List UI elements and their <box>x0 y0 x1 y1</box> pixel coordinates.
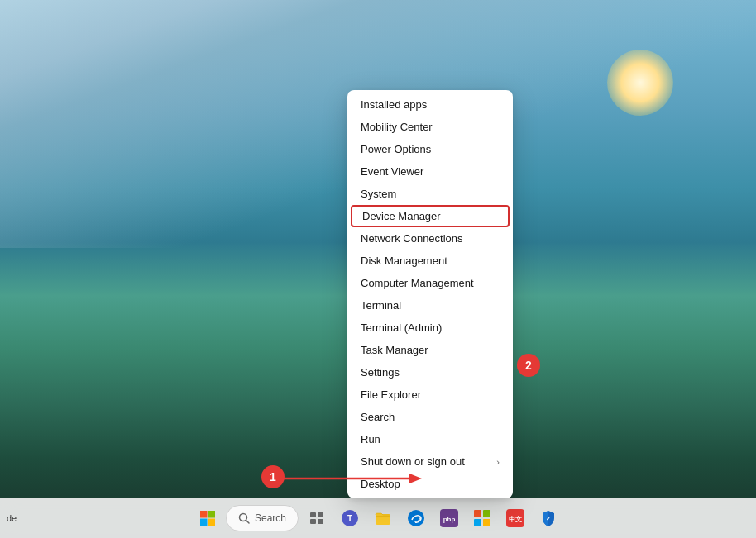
context-menu: Installed appsMobility CenterPower Optio… <box>347 90 513 498</box>
colorful-app-icon <box>473 509 491 527</box>
taskbar-left-text: de <box>7 513 17 523</box>
teams-icon: T <box>341 509 359 527</box>
menu-item-task-manager[interactable]: Task Manager <box>347 339 513 361</box>
svg-rect-8 <box>310 512 316 517</box>
svg-rect-9 <box>318 512 323 517</box>
menu-item-terminal-admin[interactable]: Terminal (Admin) <box>347 317 513 339</box>
svg-rect-4 <box>200 519 208 526</box>
svg-rect-18 <box>474 510 481 517</box>
menu-item-shut-down[interactable]: Shut down or sign out› <box>347 450 513 473</box>
menu-item-search[interactable]: Search <box>347 406 513 428</box>
menu-item-computer-management[interactable]: Computer Management <box>347 272 513 294</box>
task-view-button[interactable] <box>302 503 332 533</box>
badge-2: 2 <box>517 354 540 377</box>
svg-rect-19 <box>483 510 490 517</box>
menu-item-event-viewer[interactable]: Event Viewer <box>347 160 513 183</box>
shield-icon: ✓ <box>539 509 557 527</box>
badge-1: 1 <box>261 465 285 488</box>
svg-rect-21 <box>483 519 490 526</box>
menu-item-run[interactable]: Run <box>347 428 513 450</box>
search-bar-label: Search <box>255 512 286 524</box>
svg-rect-14 <box>376 514 390 525</box>
shield-button[interactable]: ✓ <box>534 503 563 533</box>
start-button[interactable] <box>193 503 222 533</box>
sun-decoration <box>607 50 673 116</box>
svg-point-15 <box>408 510 424 526</box>
arrow-indicator <box>281 470 422 487</box>
svg-text:✓: ✓ <box>546 516 551 521</box>
svg-line-7 <box>246 521 249 524</box>
file-explorer-icon <box>374 509 392 527</box>
svg-rect-11 <box>318 519 323 524</box>
teams-button[interactable]: T <box>335 503 365 533</box>
svg-rect-3 <box>208 511 215 518</box>
menu-item-power-options[interactable]: Power Options <box>347 138 513 160</box>
edge-button[interactable] <box>401 503 431 533</box>
edge-icon <box>407 509 425 527</box>
menu-item-device-manager[interactable]: Device Manager <box>351 205 510 227</box>
cn-icon: 中文 <box>506 509 524 527</box>
menu-item-system[interactable]: System <box>347 183 513 205</box>
php-icon: php <box>440 509 458 527</box>
svg-rect-20 <box>474 519 481 526</box>
svg-text:中文: 中文 <box>509 515 522 523</box>
taskbar: de Search <box>0 498 756 538</box>
svg-text:T: T <box>347 514 352 523</box>
colorful-app-button[interactable] <box>467 503 497 533</box>
task-view-icon <box>309 510 325 526</box>
taskbar-center: Search T <box>193 503 563 533</box>
cn-button[interactable]: 中文 <box>500 503 530 533</box>
menu-item-terminal[interactable]: Terminal <box>347 294 513 317</box>
windows-logo-icon <box>199 510 216 526</box>
search-icon <box>238 512 250 524</box>
submenu-arrow-icon: › <box>496 457 500 467</box>
file-explorer-button[interactable] <box>368 503 398 533</box>
menu-item-mobility-center[interactable]: Mobility Center <box>347 116 513 138</box>
svg-rect-5 <box>208 519 215 526</box>
php-button[interactable]: php <box>434 503 464 533</box>
menu-item-file-explorer[interactable]: File Explorer <box>347 383 513 406</box>
menu-item-installed-apps[interactable]: Installed apps <box>347 93 513 116</box>
svg-marker-1 <box>409 474 422 483</box>
menu-item-settings[interactable]: Settings <box>347 361 513 383</box>
svg-rect-10 <box>310 519 316 524</box>
svg-rect-2 <box>200 511 208 518</box>
menu-item-disk-management[interactable]: Disk Management <box>347 250 513 272</box>
svg-text:php: php <box>443 516 456 523</box>
taskbar-search-bar[interactable]: Search <box>226 505 299 531</box>
menu-item-network-connections[interactable]: Network Connections <box>347 227 513 250</box>
